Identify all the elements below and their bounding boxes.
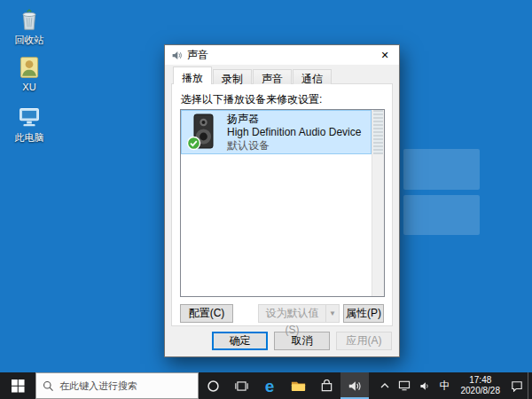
set-default-dropdown-icon[interactable]: ▼ xyxy=(325,304,340,323)
show-desktop-button[interactable] xyxy=(528,372,532,399)
dialog-title: 声音 xyxy=(187,48,371,63)
search-input[interactable]: 在此键入进行搜索 xyxy=(35,372,199,399)
device-name: 扬声器 xyxy=(227,113,361,126)
desktop-icon-this-pc[interactable]: 此电脑 xyxy=(2,104,57,143)
clock-time: 17:48 xyxy=(469,375,491,386)
volume-icon xyxy=(419,381,431,391)
tray-display-button[interactable] xyxy=(394,372,415,399)
playback-device-list[interactable]: 扬声器 High Definition Audio Device 默认设备 xyxy=(180,109,385,297)
user-icon xyxy=(17,55,42,80)
logo-tile xyxy=(403,149,480,190)
taskbar-cortana-button[interactable] xyxy=(199,372,227,399)
desktop-icon-user-xu[interactable]: XU xyxy=(2,55,57,92)
close-icon[interactable]: ✕ xyxy=(371,45,399,65)
tab-recording[interactable]: 录制 xyxy=(213,69,252,84)
windows-start-icon xyxy=(12,379,25,393)
desktop-icon-label: XU xyxy=(2,82,57,92)
device-status: 默认设备 xyxy=(227,139,361,153)
ok-button[interactable]: 确定 xyxy=(212,332,268,350)
tab-strip: 播放 录制 声音 通信 xyxy=(173,66,332,84)
taskbar: 在此键入进行搜索 e xyxy=(0,372,532,399)
scrollbar-thumb[interactable] xyxy=(373,110,383,154)
desktop-icon-label: 此电脑 xyxy=(2,132,57,143)
cortana-icon xyxy=(207,379,220,393)
task-view-icon xyxy=(235,380,248,392)
taskbar-task-view-button[interactable] xyxy=(227,372,255,399)
tray-clock[interactable]: 17:48 2020/8/28 xyxy=(455,372,507,399)
desktop-icon-recycle-bin[interactable]: 回收站 xyxy=(2,6,57,45)
dialog-titlebar[interactable]: 声音 ✕ xyxy=(165,45,399,65)
edge-icon: e xyxy=(265,378,275,395)
desktop: 回收站 XU 此电脑 声音 ✕ 播放 录制 xyxy=(0,0,532,372)
taskbar-file-explorer-button[interactable] xyxy=(284,372,312,399)
dialog-footer: 确定 取消 应用(A) xyxy=(165,332,392,350)
device-action-buttons: 配置(C) 设为默认值(S) ▼ 属性(P) xyxy=(180,304,384,323)
device-text: 扬声器 High Definition Audio Device 默认设备 xyxy=(227,113,361,153)
device-description: High Definition Audio Device xyxy=(227,126,361,139)
device-item-speakers[interactable]: 扬声器 High Definition Audio Device 默认设备 xyxy=(181,110,372,154)
sound-dialog: 声音 ✕ 播放 录制 声音 通信 选择以下播放设备来修改设置: xyxy=(164,44,400,357)
tab-sounds[interactable]: 声音 xyxy=(253,69,292,84)
speaker-title-icon xyxy=(171,50,183,61)
apply-button[interactable]: 应用(A) xyxy=(336,332,392,350)
sound-app-icon xyxy=(348,379,362,393)
clock-date: 2020/8/28 xyxy=(461,386,501,396)
chevron-up-icon xyxy=(380,383,389,388)
instruction-text: 选择以下播放设备来修改设置: xyxy=(181,92,322,107)
display-icon xyxy=(398,380,411,391)
action-center-button[interactable] xyxy=(506,372,528,399)
desktop-icon-label: 回收站 xyxy=(2,35,57,45)
taskbar-edge-button[interactable]: e xyxy=(255,372,284,399)
tab-playback[interactable]: 播放 xyxy=(173,66,212,84)
playback-tab-page: 选择以下播放设备来修改设置: 扬声器 High Definition Audio… xyxy=(171,83,393,326)
search-icon xyxy=(43,380,54,392)
speaker-device-icon xyxy=(185,113,223,152)
file-explorer-icon xyxy=(291,379,306,392)
logo-tile xyxy=(403,195,480,236)
configure-button[interactable]: 配置(C) xyxy=(180,304,233,323)
cancel-button[interactable]: 取消 xyxy=(274,332,330,350)
properties-button[interactable]: 属性(P) xyxy=(343,304,384,323)
start-button[interactable] xyxy=(0,372,35,399)
set-default-button[interactable]: 设为默认值(S) xyxy=(258,304,325,323)
taskbar-store-button[interactable] xyxy=(312,372,340,399)
action-center-icon xyxy=(511,380,523,392)
taskbar-sound-app-button[interactable] xyxy=(340,372,369,399)
list-scrollbar[interactable] xyxy=(372,110,384,296)
search-placeholder: 在此键入进行搜索 xyxy=(59,379,137,393)
computer-icon xyxy=(16,104,43,130)
tab-communications[interactable]: 通信 xyxy=(293,69,332,84)
store-icon xyxy=(320,379,333,393)
tray-expand-button[interactable] xyxy=(376,372,394,399)
recycle-bin-icon xyxy=(16,6,43,33)
tray-volume-button[interactable] xyxy=(415,372,435,399)
tray-input-method[interactable]: 中 xyxy=(435,372,455,399)
system-tray: 中 17:48 2020/8/28 xyxy=(376,372,532,399)
